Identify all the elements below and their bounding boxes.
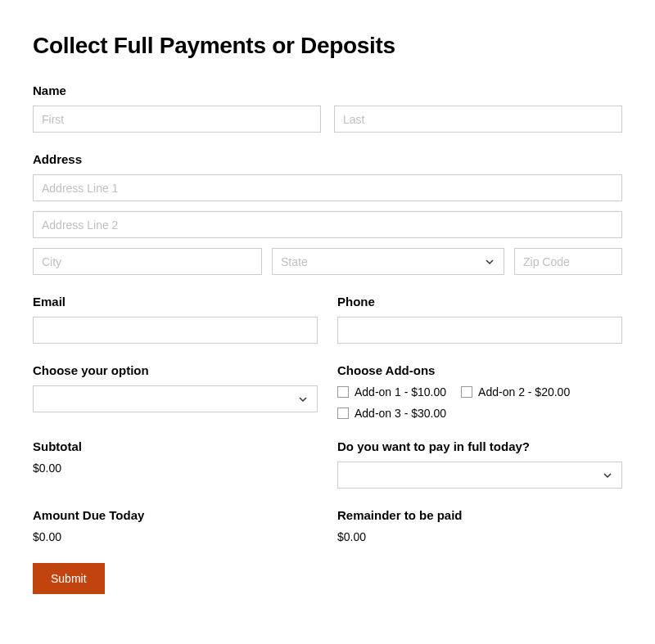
subtotal-value: $0.00 <box>33 462 318 475</box>
option-select[interactable] <box>33 385 318 412</box>
addon-checkbox-1[interactable]: Add-on 1 - $10.00 <box>337 385 446 399</box>
addon-1-label: Add-on 1 - $10.00 <box>355 385 446 399</box>
addon-3-input[interactable] <box>337 408 349 419</box>
name-label: Name <box>33 83 622 97</box>
last-name-input[interactable] <box>334 106 622 133</box>
remainder-label: Remainder to be paid <box>337 508 622 522</box>
city-input[interactable] <box>33 248 262 275</box>
amount-due-value: $0.00 <box>33 530 318 543</box>
phone-label: Phone <box>337 295 622 308</box>
email-label: Email <box>33 295 318 308</box>
address-line2-input[interactable] <box>33 211 622 238</box>
addon-checkbox-3[interactable]: Add-on 3 - $30.00 <box>337 407 446 420</box>
chevron-down-icon <box>297 394 309 405</box>
subtotal-label: Subtotal <box>33 439 318 453</box>
state-select[interactable]: State <box>272 248 504 275</box>
address-label: Address <box>33 152 622 166</box>
submit-button[interactable]: Submit <box>33 563 105 594</box>
addon-2-input[interactable] <box>461 386 472 398</box>
addon-checkbox-2[interactable]: Add-on 2 - $20.00 <box>461 385 570 399</box>
page-title: Collect Full Payments or Deposits <box>33 33 622 59</box>
zip-input[interactable] <box>514 248 622 275</box>
remainder-value: $0.00 <box>337 530 622 543</box>
addon-2-label: Add-on 2 - $20.00 <box>478 385 570 399</box>
addon-1-input[interactable] <box>337 386 349 398</box>
state-placeholder: State <box>281 255 484 268</box>
chevron-down-icon <box>484 256 495 268</box>
amount-due-label: Amount Due Today <box>33 508 318 522</box>
option-label: Choose your option <box>33 363 318 377</box>
email-input[interactable] <box>33 317 318 344</box>
first-name-input[interactable] <box>33 106 321 133</box>
address-line1-input[interactable] <box>33 174 622 201</box>
addon-3-label: Add-on 3 - $30.00 <box>355 407 446 420</box>
chevron-down-icon <box>602 470 613 481</box>
addons-label: Choose Add-ons <box>337 363 622 377</box>
pay-full-select[interactable] <box>337 462 622 489</box>
phone-input[interactable] <box>337 317 622 344</box>
pay-full-label: Do you want to pay in full today? <box>337 439 622 453</box>
